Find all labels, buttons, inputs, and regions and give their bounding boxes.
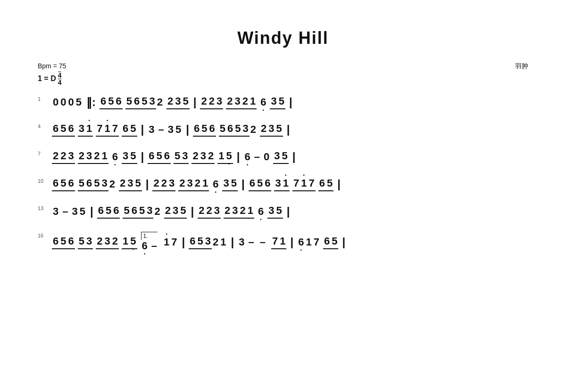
note: 5 bbox=[281, 150, 288, 162]
note: 5 bbox=[93, 177, 100, 189]
note: 6 bbox=[249, 177, 256, 189]
title-section: Windy Hill bbox=[38, 28, 528, 48]
row-content-16: 6 5 6 5 3 2 3 2 1 5 bbox=[52, 232, 528, 252]
note: 3 bbox=[101, 177, 108, 189]
note: 5 bbox=[59, 177, 67, 189]
note: 1 bbox=[217, 150, 225, 162]
note: 2 bbox=[153, 205, 161, 218]
note-group: 6 5 6 bbox=[52, 122, 75, 137]
note: 5 bbox=[59, 122, 67, 135]
note-group: 3 1 bbox=[78, 122, 93, 137]
row-number-10: 10 bbox=[38, 177, 52, 184]
note: 2 bbox=[224, 204, 231, 217]
note-group: 3 5 bbox=[122, 150, 137, 164]
note: 6 bbox=[52, 177, 59, 189]
note: 5 bbox=[179, 204, 187, 217]
note-group: 2 3 5 bbox=[260, 122, 283, 137]
note: 0 bbox=[263, 151, 270, 163]
note: 1 bbox=[122, 235, 129, 247]
note: 2 bbox=[119, 177, 126, 189]
note-group: 7 1 7 bbox=[96, 122, 119, 137]
note-low: 5 bbox=[225, 150, 233, 162]
note-group: 6 5 bbox=[323, 235, 339, 249]
note: 3 bbox=[52, 205, 59, 218]
note-group: 7 1 bbox=[271, 235, 287, 249]
note: 2 bbox=[198, 204, 205, 217]
note: 0 bbox=[52, 96, 59, 108]
note: 6 bbox=[264, 177, 271, 189]
note: 2 bbox=[208, 95, 216, 107]
note-low: 6 bbox=[243, 151, 251, 163]
barline-end: | bbox=[289, 150, 300, 163]
barline-end: | bbox=[283, 205, 294, 218]
note-high: 1 bbox=[163, 236, 170, 248]
note: 5 bbox=[230, 177, 238, 189]
note-group: 2 3 5 bbox=[164, 204, 187, 219]
note: 2 bbox=[205, 204, 213, 217]
note-group: 6 5 6 bbox=[97, 204, 120, 219]
note: 3 bbox=[167, 123, 175, 136]
note-group: 2 3 2 1 bbox=[178, 177, 209, 191]
note: 6 bbox=[193, 122, 200, 135]
note-low: 6 bbox=[257, 205, 265, 218]
note: 3 bbox=[78, 122, 85, 135]
note: 6 bbox=[163, 150, 171, 162]
barline-end: | bbox=[283, 123, 294, 136]
note: 7 bbox=[170, 236, 178, 248]
barline: | bbox=[286, 236, 297, 249]
note: 3 bbox=[104, 235, 111, 247]
note: 7 bbox=[292, 177, 300, 189]
note-group: 2 3 2 bbox=[96, 235, 119, 249]
meta-left: Bpm = 75 1 = D 4 4 bbox=[38, 62, 66, 86]
note: 2 bbox=[164, 204, 172, 217]
note: 2 bbox=[152, 177, 160, 189]
note: 5 bbox=[155, 150, 163, 162]
note: 5 bbox=[256, 177, 264, 189]
note-group: 6 5 6 bbox=[193, 122, 216, 137]
note: 6 bbox=[208, 122, 216, 135]
row-content-1: 0 0 0 5 ‖: 6 5 6 5 6 5 3 2 bbox=[52, 95, 528, 109]
note-low: 6 bbox=[259, 96, 267, 108]
note-low: 5 bbox=[129, 235, 137, 247]
note: 5 bbox=[134, 177, 142, 189]
note: 3 bbox=[200, 150, 207, 162]
music-row-16: 16 6 5 6 5 3 2 3 2 bbox=[38, 232, 528, 252]
note: 2 bbox=[250, 123, 257, 136]
note: 3 bbox=[71, 205, 79, 218]
note: 3 bbox=[122, 150, 129, 162]
note: 6 bbox=[85, 177, 93, 189]
note-group: 5 3 bbox=[78, 235, 93, 249]
note: 3 bbox=[67, 150, 75, 162]
note: 5 bbox=[275, 204, 283, 217]
volta-notes: 6 – bbox=[141, 240, 160, 252]
barline: | bbox=[142, 178, 153, 191]
row-number-16: 16 bbox=[38, 232, 52, 238]
note: 5 bbox=[138, 204, 146, 217]
note-group: 5 3 bbox=[174, 150, 189, 164]
barline-end: | bbox=[285, 96, 296, 109]
repeat-barline: ‖: bbox=[83, 96, 100, 109]
note-high: 1 bbox=[104, 122, 111, 135]
note: 5 bbox=[123, 204, 130, 217]
note: 6 bbox=[52, 235, 59, 247]
barline-end: | bbox=[338, 236, 349, 249]
note: 6 bbox=[226, 122, 234, 135]
note: 6 bbox=[112, 204, 120, 217]
note: 3 bbox=[85, 150, 93, 162]
note: 5 bbox=[79, 205, 86, 218]
music-row-7: 7 2 2 3 2 3 2 1 6 3 5 bbox=[38, 150, 528, 164]
note-low: 6 bbox=[111, 151, 119, 163]
note: 5 bbox=[75, 96, 83, 108]
row-content-10: 6 5 6 5 6 5 3 2 2 3 5 | bbox=[52, 177, 528, 191]
note: 3 bbox=[270, 95, 277, 107]
note: 3 bbox=[238, 236, 245, 248]
dash: – bbox=[59, 205, 71, 218]
note-group: 2 2 3 bbox=[198, 204, 221, 219]
barline: | bbox=[190, 96, 200, 109]
note: 1 bbox=[305, 236, 312, 248]
note: 2 bbox=[191, 150, 199, 162]
time-signature: 4 4 bbox=[58, 72, 62, 86]
note: 5 bbox=[174, 150, 181, 162]
music-row-13: 13 3 – 3 5 | 6 5 6 5 6 5 3 2 bbox=[38, 204, 528, 219]
note: 7 bbox=[313, 236, 320, 248]
